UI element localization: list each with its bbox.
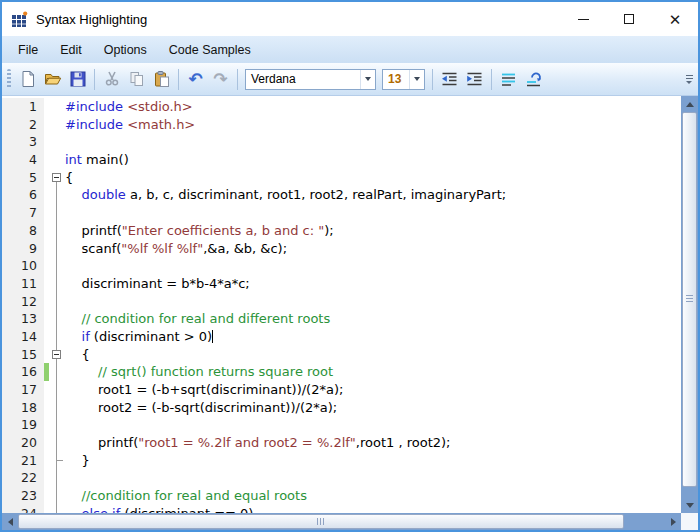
code-line-text[interactable]: // condition for real and different root… — [65, 310, 681, 328]
line-number: 1 — [2, 98, 44, 116]
code-line-text[interactable]: root2 = (-b-sqrt(discriminant))/(2*a); — [65, 399, 681, 417]
decrease-indent-button[interactable] — [437, 67, 462, 92]
scroll-right-button[interactable] — [665, 513, 681, 530]
fold-margin — [49, 240, 65, 258]
minimize-button[interactable] — [560, 2, 606, 36]
cut-button[interactable] — [99, 67, 124, 92]
scroll-up-button[interactable] — [681, 96, 698, 112]
overflow-bar-icon — [686, 78, 693, 79]
code-line[interactable]: 17 root1 = (-b+sqrt(discriminant))/(2*a)… — [2, 381, 681, 399]
font-size-dropdown-arrow[interactable] — [409, 70, 424, 89]
horizontal-scrollbar[interactable] — [2, 513, 681, 530]
menu-edit[interactable]: Edit — [49, 36, 93, 63]
fold-toggle-icon[interactable] — [52, 350, 61, 359]
line-number: 5 — [2, 169, 44, 187]
code-line-text[interactable]: //condition for real and equal roots — [65, 487, 681, 505]
horizontal-scrollbar-thumb[interactable] — [18, 514, 624, 529]
code-line-text[interactable] — [65, 204, 681, 222]
code-line-text[interactable] — [65, 293, 681, 311]
code-line[interactable]: 7 — [2, 204, 681, 222]
code-line-text[interactable] — [65, 416, 681, 434]
fold-margin — [49, 275, 65, 293]
code-line[interactable]: 13 // condition for real and different r… — [2, 310, 681, 328]
code-line-text[interactable]: if (discriminant > 0) — [65, 328, 681, 346]
code-line[interactable]: 8 printf("Enter coefficients a, b and c:… — [2, 222, 681, 240]
font-name-combobox[interactable]: Verdana — [245, 69, 376, 90]
code-line[interactable]: 1#include <stdio.h> — [2, 98, 681, 116]
code-line[interactable]: 24 else if (discriminant == 0) — [2, 505, 681, 513]
code-line-text[interactable] — [65, 469, 681, 487]
scroll-down-button[interactable] — [681, 497, 698, 513]
redo-button[interactable]: ↷ — [208, 67, 233, 92]
arrow-right-icon — [671, 518, 676, 526]
open-file-button[interactable] — [40, 67, 65, 92]
code-line-text[interactable]: root1 = (-b+sqrt(discriminant))/(2*a); — [65, 381, 681, 399]
code-line[interactable]: 4int main() — [2, 151, 681, 169]
code-line[interactable]: 3 — [2, 133, 681, 151]
code-line[interactable]: 5{ — [2, 169, 681, 187]
code-line[interactable]: 9 scanf("%lf %lf %lf",&a, &b, &c); — [2, 240, 681, 258]
fold-margin[interactable] — [49, 346, 65, 364]
code-line[interactable]: 23 //condition for real and equal roots — [2, 487, 681, 505]
code-line-text[interactable]: int main() — [65, 151, 681, 169]
toolbar-grip[interactable] — [7, 69, 11, 89]
close-icon: ✕ — [669, 12, 682, 27]
highlight-lines-button[interactable] — [496, 67, 521, 92]
code-line[interactable]: 2#include <math.h> — [2, 116, 681, 134]
paste-button[interactable] — [149, 67, 174, 92]
save-button[interactable] — [65, 67, 90, 92]
code-line-text[interactable]: // sqrt() function returns square root — [65, 363, 681, 381]
code-line-text[interactable]: { — [65, 169, 681, 187]
code-line[interactable]: 16 // sqrt() function returns square roo… — [2, 363, 681, 381]
bottom-scroll-row — [2, 513, 698, 530]
code-line[interactable]: 21 } — [2, 452, 681, 470]
menu-options[interactable]: Options — [93, 36, 158, 63]
menu-file[interactable]: File — [7, 36, 49, 63]
line-number: 21 — [2, 452, 44, 470]
fold-margin[interactable] — [49, 169, 65, 187]
code-line[interactable]: 12 — [2, 293, 681, 311]
editor-body[interactable]: 1#include <stdio.h>2#include <math.h>34i… — [2, 96, 681, 513]
code-line-text[interactable]: { — [65, 346, 681, 364]
fold-toggle-icon[interactable] — [52, 173, 61, 182]
code-line-text[interactable] — [65, 257, 681, 275]
font-size-combobox[interactable]: 13 — [382, 69, 425, 90]
code-line-text[interactable]: printf("root1 = %.2lf and root2 = %.2lf"… — [65, 434, 681, 452]
fold-margin — [49, 505, 65, 513]
code-line[interactable]: 10 — [2, 257, 681, 275]
menu-code-samples[interactable]: Code Samples — [158, 36, 262, 63]
code-line-text[interactable]: #include <stdio.h> — [65, 98, 681, 116]
vertical-scrollbar[interactable] — [681, 96, 698, 513]
copy-button[interactable] — [124, 67, 149, 92]
code-line[interactable]: 6 double a, b, c, discriminant, root1, r… — [2, 186, 681, 204]
undo-button[interactable]: ↶ — [183, 67, 208, 92]
code-line[interactable]: 19 — [2, 416, 681, 434]
maximize-button[interactable] — [606, 2, 652, 36]
scroll-left-button[interactable] — [2, 513, 18, 530]
code-line-text[interactable]: } — [65, 452, 681, 470]
close-button[interactable]: ✕ — [652, 2, 698, 36]
code-line[interactable]: 15 { — [2, 346, 681, 364]
code-line[interactable]: 14 if (discriminant > 0) — [2, 328, 681, 346]
code-line-text[interactable]: discriminant = b*b-4*a*c; — [65, 275, 681, 293]
code-line[interactable]: 20 printf("root1 = %.2lf and root2 = %.2… — [2, 434, 681, 452]
new-file-button[interactable] — [15, 67, 40, 92]
code-line-text[interactable]: #include <math.h> — [65, 116, 681, 134]
code-line-text[interactable]: double a, b, c, discriminant, root1, roo… — [65, 186, 681, 204]
word-wrap-button[interactable] — [521, 67, 546, 92]
code-line-text[interactable]: printf("Enter coefficients a, b and c: "… — [65, 222, 681, 240]
code-line-text[interactable] — [65, 133, 681, 151]
decrease-indent-icon — [440, 70, 459, 89]
code-line-text[interactable]: else if (discriminant == 0) — [65, 505, 681, 513]
fold-margin — [49, 151, 65, 169]
code-line[interactable]: 18 root2 = (-b-sqrt(discriminant))/(2*a)… — [2, 399, 681, 417]
toolbar-overflow-button[interactable] — [684, 75, 695, 84]
code-line[interactable]: 22 — [2, 469, 681, 487]
arrow-up-icon — [686, 102, 694, 107]
increase-indent-button[interactable] — [462, 67, 487, 92]
code-line-text[interactable]: scanf("%lf %lf %lf",&a, &b, &c); — [65, 240, 681, 258]
line-number: 3 — [2, 133, 44, 151]
code-line[interactable]: 11 discriminant = b*b-4*a*c; — [2, 275, 681, 293]
font-name-dropdown-arrow[interactable] — [360, 70, 375, 89]
vertical-scrollbar-thumb[interactable] — [682, 112, 697, 487]
